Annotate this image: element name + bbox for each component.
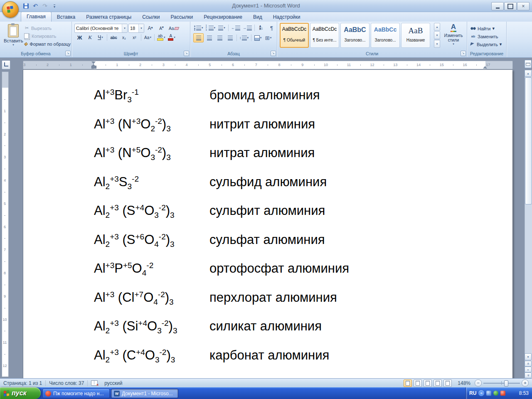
scrollbar-thumb[interactable] <box>525 77 532 204</box>
chevron-down-icon[interactable]: ▾ <box>138 24 144 32</box>
style-item[interactable]: AaBНазвание <box>401 23 430 48</box>
ribbon-tab[interactable]: Рассылки <box>165 12 198 22</box>
justify-button[interactable] <box>225 34 235 42</box>
tray-icon[interactable] <box>493 391 498 396</box>
style-item[interactable]: AaBbCcЗаголово... <box>371 23 400 48</box>
tab-stop-selector[interactable] <box>2 60 10 69</box>
font-name-select[interactable]: Calibri (Основной те ▾ <box>74 24 128 33</box>
zoom-out-button[interactable]: − <box>475 379 482 387</box>
customize-qat-button[interactable]: ▾ <box>50 2 59 10</box>
show-formatting-marks-button[interactable]: ¶ <box>267 24 276 32</box>
bullets-button[interactable]: ▾ <box>193 24 204 32</box>
ribbon-tab[interactable]: Разметка страницы <box>81 12 137 22</box>
print-layout-view-button[interactable] <box>404 379 412 387</box>
change-styles-button[interactable]: А Изменить стили ▾ <box>442 23 465 51</box>
redo-button[interactable]: ↷ <box>41 2 49 10</box>
gallery-up-button[interactable]: ▴ <box>434 23 440 31</box>
taskbar-task[interactable]: Пж помогите надо н... <box>42 389 110 398</box>
find-button[interactable]: Найти ▾ <box>469 25 502 32</box>
language-indicator[interactable]: русский <box>101 379 126 388</box>
taskbar-task[interactable]: WДокумент1 - Microso... <box>111 389 178 398</box>
full-screen-view-button[interactable] <box>414 379 422 387</box>
shrink-font-button[interactable]: А▾ <box>157 24 166 32</box>
paragraph-dialog-launcher[interactable]: ↘ <box>271 51 276 56</box>
hide-icons-chevron[interactable]: « <box>478 390 484 396</box>
align-center-button[interactable] <box>204 34 214 42</box>
line-spacing-button[interactable]: ↕▾ <box>239 34 249 42</box>
sort-button[interactable]: АЯ ↓ <box>256 24 266 32</box>
clear-formatting-button[interactable]: Аа <box>168 24 180 32</box>
align-right-button[interactable] <box>215 34 224 42</box>
paste-button[interactable]: Вставить ▾ <box>3 23 23 51</box>
start-button[interactable]: пуск <box>0 387 41 399</box>
multilevel-list-button[interactable]: ▾ <box>217 24 227 32</box>
strikethrough-button[interactable]: abc <box>109 33 118 42</box>
page-indicator[interactable]: Страница: 1 из 1 <box>0 379 45 388</box>
word-count[interactable]: Число слов: 37 <box>46 379 87 388</box>
zoom-slider-thumb[interactable] <box>504 380 508 387</box>
font-dialog-launcher[interactable]: ↘ <box>184 51 189 56</box>
close-button[interactable]: × <box>517 2 530 10</box>
styles-dialog-launcher[interactable]: ↘ <box>461 51 466 56</box>
increase-indent-button[interactable]: → <box>242 24 253 32</box>
shading-button[interactable]: ▾ <box>253 34 263 42</box>
tray-icon[interactable] <box>500 391 505 396</box>
cut-button[interactable]: ✂ Вырезать <box>24 24 71 32</box>
align-left-button[interactable] <box>193 33 204 42</box>
previous-page-button[interactable]: « <box>525 361 532 367</box>
italic-button[interactable]: К <box>85 33 95 42</box>
draft-view-button[interactable] <box>443 379 452 387</box>
next-page-button[interactable]: « <box>525 372 532 378</box>
clock[interactable]: 8:53 <box>519 390 529 396</box>
style-item[interactable]: AaBbCcDc¶ Без инте... <box>310 23 339 48</box>
ribbon-tab[interactable]: Надстройки <box>268 12 306 22</box>
save-button[interactable] <box>22 2 30 10</box>
gallery-more-button[interactable]: ▾ <box>434 39 440 48</box>
replace-button[interactable]: ab Заменить <box>469 32 502 40</box>
proofing-status[interactable] <box>88 379 101 388</box>
maximize-button[interactable] <box>504 2 517 10</box>
clipboard-dialog-launcher[interactable]: ↘ <box>65 51 71 56</box>
ribbon-tab[interactable]: Ссылки <box>137 12 165 22</box>
superscript-button[interactable]: x² <box>130 33 139 42</box>
select-button[interactable]: Выделить ▾ <box>469 40 502 48</box>
outline-view-button[interactable] <box>433 379 442 387</box>
font-color-button[interactable]: А ▾ <box>167 33 177 42</box>
minimize-button[interactable] <box>491 2 504 10</box>
numbering-button[interactable]: 1 2 3▾ <box>205 24 217 32</box>
web-layout-view-button[interactable] <box>424 379 432 387</box>
change-case-button[interactable]: Аа▾ <box>143 33 153 42</box>
zoom-level[interactable]: 148% <box>458 380 470 386</box>
ribbon-tab[interactable]: Вставка <box>52 12 81 22</box>
gallery-down-button[interactable]: ▾ <box>434 31 440 39</box>
left-indent-marker[interactable] <box>91 66 96 69</box>
tray-icon[interactable] <box>486 391 491 396</box>
language-bar[interactable]: RU <box>469 390 476 396</box>
horizontal-ruler[interactable]: 3211234567891011121314151617 <box>23 61 513 69</box>
zoom-in-button[interactable]: + <box>522 379 529 387</box>
office-button[interactable] <box>2 1 19 18</box>
undo-button[interactable]: ↶ <box>31 2 39 10</box>
scroll-down-button[interactable]: ▾ <box>525 353 532 360</box>
scroll-up-button[interactable]: ▴ <box>525 70 532 77</box>
borders-button[interactable]: ⊞▾ <box>264 34 273 42</box>
chevron-down-icon[interactable]: ▾ <box>122 24 127 32</box>
grow-font-button[interactable]: А▴ <box>145 24 155 32</box>
ribbon-tab[interactable]: Рецензирование <box>198 12 248 22</box>
ribbon-tab[interactable]: Главная <box>21 12 52 22</box>
vertical-ruler[interactable]: 123456789101112 <box>2 71 9 377</box>
document-page[interactable]: Al+3Br3-1бромид алюминияAl+3 (N+3O2-2)3н… <box>23 69 512 378</box>
bold-button[interactable]: Ж <box>75 33 84 42</box>
style-item[interactable]: AaBbCcDc¶ Обычный <box>280 23 309 48</box>
select-browse-object-button[interactable]: • <box>525 367 532 372</box>
underline-button[interactable]: Ч▾ <box>96 33 105 42</box>
text-highlight-button[interactable]: ab ▾ <box>156 33 166 42</box>
font-size-select[interactable]: 18 ▾ <box>128 24 144 33</box>
copy-button[interactable]: Копировать <box>24 32 71 40</box>
format-painter-button[interactable]: Формат по образцу <box>24 40 71 48</box>
decrease-indent-button[interactable]: ← <box>230 24 241 32</box>
style-item[interactable]: AaBbCЗаголово... <box>340 23 369 48</box>
subscript-button[interactable]: x₂ <box>119 33 129 42</box>
ribbon-tab[interactable]: Вид <box>248 12 268 22</box>
zoom-slider[interactable] <box>483 380 520 386</box>
